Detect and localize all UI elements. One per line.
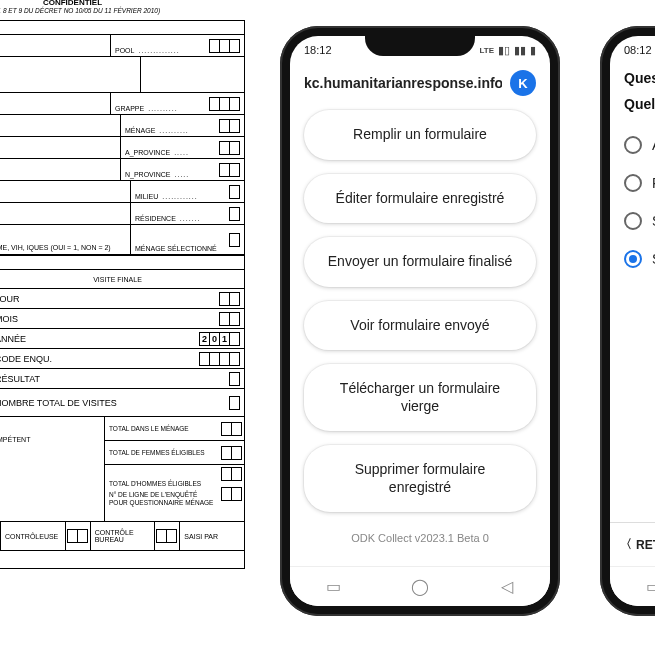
result-codes-text: ON OU PAS D'ENQUÊTÉ COMPÉTENT NE LONGUE … (0, 417, 104, 521)
field-menage-label: MÉNAGE (125, 127, 155, 134)
left-tests: E TESTS: ANÉMIE, PALUDISME, VIH, IQUES (… (0, 225, 130, 254)
radio-option-1[interactable]: Pr (624, 164, 655, 202)
signal-icon: ▮▯ (498, 44, 510, 57)
question-screen-title: Questio (624, 70, 655, 86)
status-time: 08:12 (624, 44, 652, 56)
radio-icon (624, 212, 642, 230)
chevron-left-icon: 〈 (620, 536, 632, 553)
radio-icon (624, 136, 642, 154)
android-navbar: ▭ ◯ ◁ (610, 566, 655, 606)
visit-annee-boxes: 2 0 1 (200, 329, 244, 348)
phone-odk-main: 18:12 LTE ▮▯ ▮▮ ▮ kc.humanitarianrespons… (280, 26, 560, 616)
visit-nbvisites-label: NOMBRE TOTAL DE VISITES (0, 398, 117, 408)
nav-home-icon[interactable]: ◯ (406, 573, 434, 601)
paper-form: CONFIDENTIEL (ART. 8 ET 9 DU DÉCRET NO 1… (0, 0, 245, 569)
section-identification: TIFICATION (0, 20, 245, 35)
field-grappe-boxes (210, 93, 244, 114)
field-aprov-label: A_PROVINCE (125, 149, 170, 156)
battery-icon: ▮ (530, 44, 536, 57)
btn-download-blank[interactable]: Télécharger un formulaire vierge (304, 364, 536, 431)
field-residence-label: RÉSIDENCE (135, 215, 176, 222)
footer-row: CONTRÔLEUSE CONTRÔLE BUREAU SAISI PAR (0, 522, 245, 551)
rc-total-hommes: TOTAL D'HOMMES ÉLIGIBLES (109, 480, 201, 487)
btn-delete-saved[interactable]: Supprimer formulaire enregistré (304, 445, 536, 512)
footer-saisi-par: SAISI PAR (179, 522, 244, 550)
visit-jour-label: JOUR (0, 294, 20, 304)
visit-code-label: CODE ENQU. (0, 354, 52, 364)
form-decree: (ART. 8 ET 9 DU DÉCRET NO 10/05 DU 11 FÉ… (0, 7, 245, 14)
field-nprov-label: N_PROVINCE (125, 171, 171, 178)
app-host-title: kc.humanitarianresponse.info (304, 75, 502, 91)
footer-controleuse: CONTRÔLEUSE (0, 522, 65, 550)
section-enqueteur: ÉTRICE/ENQUÊTEUR (0, 255, 245, 270)
signal2-icon: ▮▮ (514, 44, 526, 57)
question-stem: Quel es (624, 96, 655, 112)
nav-recents-icon[interactable]: ▭ (639, 573, 655, 601)
field-menagesel-label: MÉNAGE SÉLECTIONNÉ (135, 245, 217, 252)
footer-controle-bureau: CONTRÔLE BUREAU (90, 522, 155, 550)
left-urbrur: L =4, RURAL=5) (0, 181, 130, 202)
field-milieu-label: MILIEU (135, 193, 158, 200)
avatar[interactable]: K (510, 70, 536, 96)
radio-option-2[interactable]: Se (624, 202, 655, 240)
rc-ligne-enquete: N° DE LIGNE DE L'ENQUÊTÉ POUR QUESTIONNA… (109, 491, 216, 506)
visit-mois-label: MOIS (0, 314, 18, 324)
rc-total-menage: TOTAL DANS LE MÉNAGE (105, 417, 220, 440)
volte-icon: LTE (479, 46, 494, 55)
field-grappe-label: GRAPPE (115, 105, 144, 112)
radio-icon (624, 174, 642, 192)
nav-recents-icon[interactable]: ▭ (319, 573, 347, 601)
radio-icon (624, 250, 642, 268)
visit-resultat-label: RÉSULTAT (0, 374, 40, 384)
android-navbar: ▭ ◯ ◁ (290, 566, 550, 606)
form-confidential: CONFIDENTIEL (0, 0, 245, 7)
status-time: 18:12 (304, 44, 332, 56)
rc-total-femmes: TOTAL DE FEMMES ÉLIGIBLES (105, 441, 220, 464)
visits-header: 3 VISITE FINALE (0, 270, 245, 289)
status-bar: 08:12 ▲ (610, 36, 655, 64)
field-pool-label: POOL (115, 47, 134, 54)
phone-notch (365, 36, 475, 56)
phone-odk-question: 08:12 ▲ Questio Quel es Au Pr Se Su 〈 RE… (600, 26, 655, 616)
nav-back-icon[interactable]: ◁ (493, 573, 521, 601)
btn-view-sent[interactable]: Voir formulaire envoyé (304, 301, 536, 351)
btn-edit-saved[interactable]: Éditer formulaire enregistré (304, 174, 536, 224)
btn-fill-form[interactable]: Remplir un formulaire (304, 110, 536, 160)
btn-send-finalized[interactable]: Envoyer un formulaire finalisé (304, 237, 536, 287)
radio-option-3[interactable]: Su (624, 240, 655, 278)
visit-annee-label: ANNÉE (0, 334, 26, 344)
radio-option-0[interactable]: Au (624, 126, 655, 164)
back-button[interactable]: 〈 RETOUR (620, 536, 655, 553)
app-version: ODK Collect v2023.1 Beta 0 (290, 532, 550, 544)
field-pool-boxes (210, 35, 244, 56)
